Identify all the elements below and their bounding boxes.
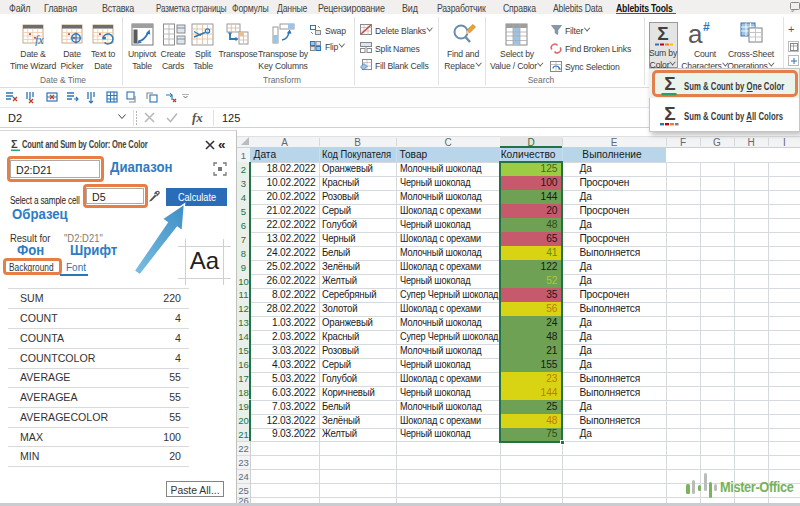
svg-text:Σ: Σ	[664, 73, 675, 94]
svg-text:Σ: Σ	[11, 138, 18, 150]
svg-text:#: #	[703, 20, 710, 34]
svg-text:Σ: Σ	[657, 23, 668, 44]
svg-text:fx: fx	[35, 33, 44, 46]
svg-text:Σ: Σ	[664, 103, 675, 124]
svg-text:a: a	[688, 20, 703, 46]
